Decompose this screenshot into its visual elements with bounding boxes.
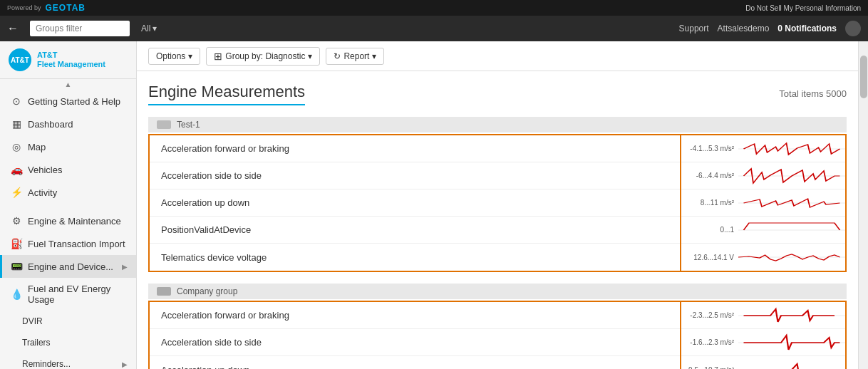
sidebar-item-trailers[interactable]: Trailers (0, 332, 136, 353)
sidebar-item-label: Map (28, 142, 128, 152)
table-row: Acceleration up down (150, 356, 680, 369)
scrollbar[interactable] (858, 41, 868, 369)
table-row: PositionValidAtDevice (150, 217, 680, 244)
options-chevron-icon: ▾ (188, 51, 192, 61)
chart-range: 12.6...14.1 V (681, 254, 738, 261)
chart-visual (738, 246, 845, 268)
report-button[interactable]: ↻ Report ▾ (326, 48, 384, 65)
table-row: Acceleration forward or braking (150, 135, 680, 162)
fuel-icon: ⛽ (11, 238, 22, 249)
chevron-right-icon: ▶ (122, 360, 128, 368)
options-button[interactable]: Options ▾ (148, 48, 200, 65)
chart-visual (738, 332, 845, 353)
row-label: PositionValidAtDevice (161, 224, 251, 235)
chart-range: -4.1...5.3 m/s² (681, 145, 738, 152)
sidebar-item-vehicles[interactable]: 🚗 Vehicles (0, 158, 136, 181)
sidebar-item-dashboard[interactable]: ▦ Dashboard (0, 113, 136, 135)
sidebar: AT&T AT&TFleet Management ▲ ⊙ Getting St… (0, 41, 137, 369)
chart-range: -1.6...2.3 m/s² (681, 338, 738, 346)
table-row: Acceleration side to side (150, 329, 680, 356)
chart-row: -6...4.4 m/s² (681, 162, 845, 189)
sidebar-item-activity[interactable]: ⚡ Activity (0, 181, 136, 204)
group-header-company: Company group (148, 284, 847, 299)
group-by-chevron-icon: ▾ (308, 51, 312, 61)
sidebar-item-fuel-ev[interactable]: 💧 Fuel and EV Energy Usage (0, 278, 136, 311)
all-label: All (141, 24, 150, 33)
group-color-dot (157, 287, 171, 296)
data-right-company: -2.3...2.5 m/s² -1.6...2.3 m/s² (681, 302, 845, 369)
group-section-company: Company group Acceleration forward or br… (148, 284, 847, 369)
chart-row: -2.3...2.5 m/s² (681, 302, 845, 329)
notifications-button[interactable]: 0 Notifications (777, 24, 837, 33)
table-row: Acceleration up down (150, 189, 680, 217)
sidebar-item-label: Fuel Transaction Import (28, 239, 128, 249)
support-link[interactable]: Support (679, 24, 709, 33)
sidebar-item-reminders[interactable]: Reminders... ▶ (0, 353, 136, 369)
row-label: Acceleration up down (161, 365, 249, 370)
sidebar-item-label: Engine & Maintenance (28, 216, 128, 227)
chart-row: -4.1...5.3 m/s² (681, 135, 845, 162)
chart-row: 9.5...10.7 m/s² (681, 356, 845, 369)
dashboard-icon: ▦ (11, 118, 22, 130)
sidebar-item-fuel-import[interactable]: ⛽ Fuel Transaction Import (0, 232, 136, 255)
main-layout: AT&T AT&TFleet Management ▲ ⊙ Getting St… (0, 41, 868, 369)
powered-by-text: Powered by (7, 4, 41, 11)
data-left-company: Acceleration forward or braking Accelera… (150, 302, 681, 369)
chart-row: 0...1 (681, 217, 845, 244)
att-logo-text: AT&TFleet Management (37, 51, 105, 69)
chart-row: -1.6...2.3 m/s² (681, 329, 845, 356)
chart-range: 0...1 (681, 226, 738, 234)
group-header-test1: Test-1 (148, 117, 847, 132)
sidebar-logo: AT&T AT&TFleet Management (0, 41, 136, 79)
sidebar-item-label: Engine and Device... (28, 261, 116, 272)
data-container-company: Acceleration forward or braking Accelera… (148, 301, 847, 369)
engine-icon: ⚙ (11, 215, 22, 227)
toolbar: Options ▾ ⊞ Group by: Diagnostic ▾ ↻ Rep… (137, 41, 858, 71)
group-section-test1: Test-1 Acceleration forward or braking A… (148, 117, 847, 272)
all-chevron-icon: ▾ (153, 24, 157, 33)
sidebar-item-getting-started[interactable]: ⊙ Getting Started & Help (0, 90, 136, 113)
sidebar-item-label: Trailers (22, 338, 128, 348)
sidebar-scroll-up[interactable]: ▲ (0, 79, 136, 90)
sidebar-item-label: Fuel and EV Energy Usage (28, 284, 128, 305)
chart-visual (738, 219, 845, 241)
ev-icon: 💧 (11, 289, 22, 300)
sidebar-item-map[interactable]: ◎ Map (0, 135, 136, 158)
sidebar-item-label: Vehicles (28, 165, 128, 175)
report-total: Total items 5000 (779, 88, 847, 99)
group-by-button[interactable]: ⊞ Group by: Diagnostic ▾ (206, 47, 320, 66)
sidebar-item-label: DVIR (22, 316, 128, 326)
chart-row: 12.6...14.1 V (681, 244, 845, 271)
data-left-test1: Acceleration forward or braking Accelera… (150, 135, 681, 271)
group-name-test1: Test-1 (177, 120, 200, 130)
sidebar-item-engine-device[interactable]: 📟 Engine and Device... ▶ (0, 255, 136, 278)
chart-visual (738, 165, 845, 187)
user-avatar[interactable] (845, 21, 861, 36)
all-dropdown[interactable]: All ▾ (141, 24, 157, 33)
data-right-test1: -4.1...5.3 m/s² -6...4.4 m/s² (681, 135, 845, 271)
report-header: Engine Measurements Total items 5000 (148, 83, 847, 105)
group-by-icon: ⊞ (214, 51, 222, 62)
chart-range: -6...4.4 m/s² (681, 172, 738, 180)
chart-visual (738, 359, 845, 369)
geotab-logo: GEOTAB (46, 3, 86, 13)
chart-range: 9.5...10.7 m/s² (681, 366, 738, 370)
chart-range: 8...11 m/s² (681, 199, 738, 207)
report-label: Report (343, 51, 369, 61)
sidebar-item-dvir[interactable]: DVIR (0, 311, 136, 332)
chart-visual (738, 305, 845, 326)
chart-range: -2.3...2.5 m/s² (681, 311, 738, 319)
sidebar-item-label: Dashboard (28, 119, 128, 130)
row-label: Acceleration forward or braking (161, 310, 289, 321)
engine-device-icon: 📟 (11, 261, 22, 272)
scrollbar-thumb[interactable] (860, 56, 867, 98)
groups-filter-input[interactable] (30, 21, 130, 36)
group-color-dot (157, 120, 171, 129)
chart-visual (738, 192, 845, 214)
map-icon: ◎ (11, 141, 22, 152)
back-button[interactable]: ← (7, 22, 19, 35)
data-container-test1: Acceleration forward or braking Accelera… (148, 134, 847, 272)
top-bar-left: Powered by GEOTAB (7, 3, 86, 13)
sidebar-item-engine-maintenance[interactable]: ⚙ Engine & Maintenance (0, 209, 136, 232)
table-row: Acceleration side to side (150, 162, 680, 189)
